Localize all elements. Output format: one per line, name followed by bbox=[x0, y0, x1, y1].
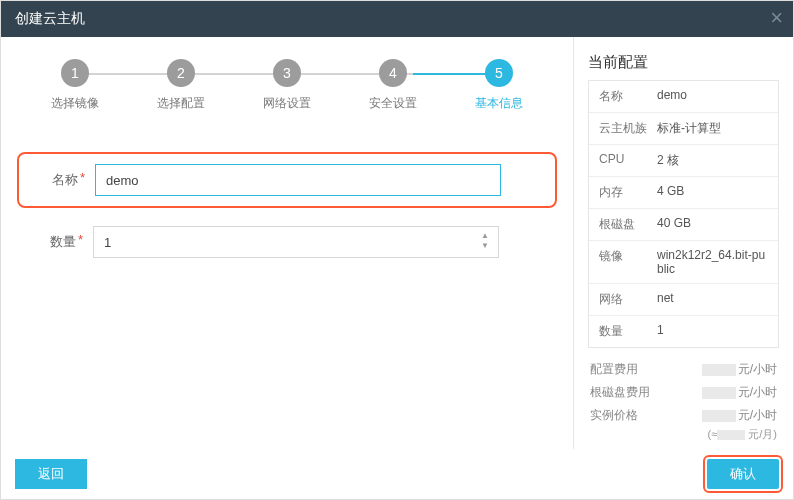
step-basic-info[interactable]: 5 基本信息 bbox=[459, 59, 539, 112]
price-label: 根磁盘费用 bbox=[590, 384, 650, 401]
summary-title: 当前配置 bbox=[588, 53, 779, 72]
config-table: 名称 demo 云主机族 标准-计算型 CPU 2 核 内存 4 GB 根磁盘 bbox=[588, 80, 779, 348]
step-number: 4 bbox=[379, 59, 407, 87]
spinner-buttons: ▲ ▼ bbox=[480, 233, 492, 251]
config-key: 网络 bbox=[599, 291, 657, 308]
price-row-config: 配置费用 元/小时 bbox=[588, 358, 779, 381]
main-panel: 1 选择镜像 2 选择配置 3 网络设置 4 安全设置 5 基本信息 bbox=[1, 37, 573, 449]
price-redacted bbox=[702, 387, 736, 399]
config-row-name: 名称 demo bbox=[589, 81, 778, 113]
create-vm-modal: 创建云主机 × 1 选择镜像 2 选择配置 3 网络设置 4 安 bbox=[0, 0, 794, 500]
price-month-suffix: 元/月) bbox=[745, 428, 777, 440]
step-select-config[interactable]: 2 选择配置 bbox=[141, 59, 221, 112]
price-redacted bbox=[702, 364, 736, 376]
config-row-image: 镜像 win2k12r2_64.bit-public bbox=[589, 241, 778, 284]
modal-header: 创建云主机 × bbox=[1, 1, 793, 37]
step-label: 网络设置 bbox=[263, 95, 311, 112]
close-icon[interactable]: × bbox=[770, 5, 783, 31]
required-mark: * bbox=[80, 170, 85, 185]
price-row-disk: 根磁盘费用 元/小时 bbox=[588, 381, 779, 404]
config-value: win2k12r2_64.bit-public bbox=[657, 248, 768, 276]
config-key: CPU bbox=[599, 152, 657, 169]
name-input[interactable] bbox=[95, 164, 501, 196]
quantity-value: 1 bbox=[104, 235, 480, 250]
quantity-stepper[interactable]: 1 ▲ ▼ bbox=[93, 226, 499, 258]
modal-body: 1 选择镜像 2 选择配置 3 网络设置 4 安全设置 5 基本信息 bbox=[1, 37, 793, 449]
confirm-button[interactable]: 确认 bbox=[707, 459, 779, 489]
step-network-settings[interactable]: 3 网络设置 bbox=[247, 59, 327, 112]
price-label: 实例价格 bbox=[590, 407, 638, 424]
config-key: 根磁盘 bbox=[599, 216, 657, 233]
config-row-rootdisk: 根磁盘 40 GB bbox=[589, 209, 778, 241]
config-row-quantity: 数量 1 bbox=[589, 316, 778, 347]
step-number: 2 bbox=[167, 59, 195, 87]
chevron-down-icon[interactable]: ▼ bbox=[480, 243, 490, 251]
config-key: 数量 bbox=[599, 323, 657, 340]
price-month-prefix: (≈ bbox=[708, 428, 718, 440]
step-label: 安全设置 bbox=[369, 95, 417, 112]
name-field-highlight: 名称* bbox=[17, 152, 557, 208]
chevron-up-icon[interactable]: ▲ bbox=[480, 233, 490, 241]
price-unit: 元/小时 bbox=[738, 362, 777, 376]
config-value: net bbox=[657, 291, 768, 308]
price-value: 元/小时 bbox=[702, 384, 777, 401]
config-value: 2 核 bbox=[657, 152, 768, 169]
config-row-memory: 内存 4 GB bbox=[589, 177, 778, 209]
config-value: 40 GB bbox=[657, 216, 768, 233]
config-value: 4 GB bbox=[657, 184, 768, 201]
quantity-row: 数量* 1 ▲ ▼ bbox=[29, 226, 499, 258]
name-row: 名称* bbox=[31, 164, 501, 196]
config-row-cpu: CPU 2 核 bbox=[589, 145, 778, 177]
step-label: 选择配置 bbox=[157, 95, 205, 112]
price-value: 元/小时 bbox=[702, 407, 777, 424]
modal-footer: 返回 确认 bbox=[1, 449, 793, 499]
required-mark: * bbox=[78, 232, 83, 247]
step-label: 选择镜像 bbox=[51, 95, 99, 112]
config-key: 内存 bbox=[599, 184, 657, 201]
config-value: demo bbox=[657, 88, 768, 105]
back-button[interactable]: 返回 bbox=[15, 459, 87, 489]
price-row-instance: 实例价格 元/小时 bbox=[588, 404, 779, 427]
quantity-label: 数量* bbox=[29, 233, 93, 251]
config-key: 镜像 bbox=[599, 248, 657, 276]
price-group: 配置费用 元/小时 根磁盘费用 元/小时 实例价格 元/小时 (≈ 元/月) bbox=[588, 358, 779, 442]
price-redacted bbox=[717, 430, 745, 440]
wizard-stepper: 1 选择镜像 2 选择配置 3 网络设置 4 安全设置 5 基本信息 bbox=[35, 59, 539, 112]
step-select-image[interactable]: 1 选择镜像 bbox=[35, 59, 115, 112]
price-value: 元/小时 bbox=[702, 361, 777, 378]
step-number: 5 bbox=[485, 59, 513, 87]
name-label-text: 名称 bbox=[52, 172, 78, 187]
price-monthly: (≈ 元/月) bbox=[588, 427, 779, 442]
name-label: 名称* bbox=[31, 171, 95, 189]
config-value: 1 bbox=[657, 323, 768, 340]
modal-title: 创建云主机 bbox=[15, 10, 85, 28]
price-redacted bbox=[702, 410, 736, 422]
config-key: 云主机族 bbox=[599, 120, 657, 137]
step-number: 3 bbox=[273, 59, 301, 87]
config-key: 名称 bbox=[599, 88, 657, 105]
price-unit: 元/小时 bbox=[738, 385, 777, 399]
config-value: 标准-计算型 bbox=[657, 120, 768, 137]
step-label: 基本信息 bbox=[475, 95, 523, 112]
summary-panel: 当前配置 名称 demo 云主机族 标准-计算型 CPU 2 核 内存 4 GB bbox=[573, 37, 793, 449]
step-number: 1 bbox=[61, 59, 89, 87]
config-row-network: 网络 net bbox=[589, 284, 778, 316]
quantity-label-text: 数量 bbox=[50, 234, 76, 249]
config-row-family: 云主机族 标准-计算型 bbox=[589, 113, 778, 145]
price-unit: 元/小时 bbox=[738, 408, 777, 422]
step-security-settings[interactable]: 4 安全设置 bbox=[353, 59, 433, 112]
price-label: 配置费用 bbox=[590, 361, 638, 378]
